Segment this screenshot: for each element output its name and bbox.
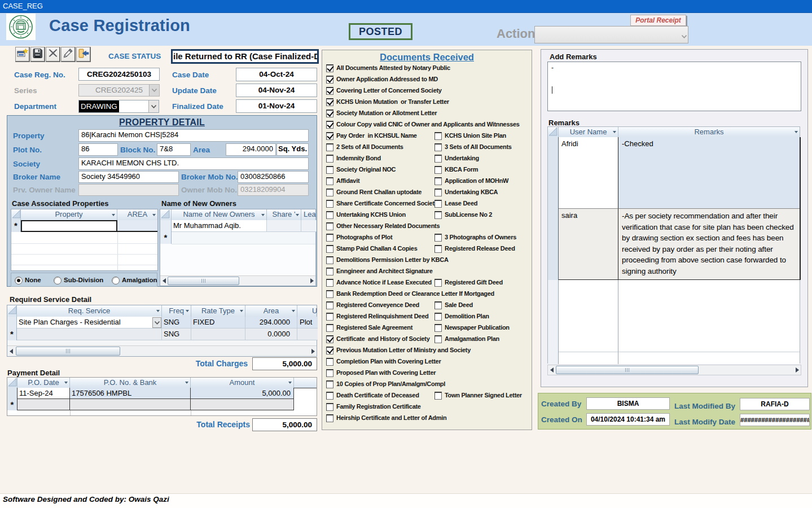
checkbox-icon[interactable]: [326, 110, 333, 117]
checkbox-icon[interactable]: [434, 155, 442, 163]
edit-button[interactable]: [61, 47, 76, 62]
column-header-remarks[interactable]: Remarks: [618, 127, 800, 137]
checkbox-icon[interactable]: [326, 200, 333, 208]
broker-mob-field[interactable]: 03008250866: [238, 171, 309, 183]
scrollbar-thumb[interactable]: [168, 277, 239, 285]
finalized-date-field[interactable]: 01-Nov-24: [236, 99, 317, 113]
checkbox-icon[interactable]: [326, 64, 333, 72]
checkbox-icon[interactable]: [326, 414, 333, 422]
column-header-unit[interactable]: U: [297, 305, 318, 317]
checkbox-icon[interactable]: [326, 256, 333, 264]
checkbox-icon[interactable]: [326, 177, 333, 185]
grid-corner[interactable]: [7, 378, 17, 388]
action-combobox[interactable]: [534, 26, 688, 43]
column-header-rate-type[interactable]: Rate Type: [191, 305, 245, 317]
checkbox-icon[interactable]: [326, 121, 333, 129]
scroll-right-icon[interactable]: [310, 346, 316, 356]
series-combobox[interactable]: CREG202425: [78, 84, 160, 97]
column-header-user[interactable]: User Name: [559, 127, 618, 137]
department-combobox[interactable]: DRAWING: [78, 100, 159, 113]
checkbox-icon[interactable]: [326, 234, 333, 242]
checkbox-icon[interactable]: [326, 279, 333, 287]
chevron-down-icon[interactable]: [152, 317, 161, 328]
grid-cell[interactable]: [297, 329, 318, 340]
portal-receipt-button[interactable]: Portal Receipt: [630, 15, 686, 26]
checkbox-icon[interactable]: [434, 392, 442, 400]
grid-cell[interactable]: 5,000.00: [191, 388, 294, 399]
horizontal-scrollbar[interactable]: [547, 365, 801, 375]
column-header-service[interactable]: Req. Service: [17, 305, 162, 317]
checkbox-icon[interactable]: [434, 234, 442, 242]
checkbox-icon[interactable]: [434, 279, 442, 287]
grid-corner[interactable]: [160, 209, 172, 220]
checkbox-icon[interactable]: [326, 143, 333, 151]
grid-cell[interactable]: 294.0000: [245, 317, 297, 329]
new-row-selector[interactable]: *: [7, 329, 17, 340]
service-combo-cell[interactable]: Site Plan Charges - Residential: [17, 317, 162, 329]
checkbox-icon[interactable]: [326, 313, 333, 321]
column-header-freq[interactable]: Freq: [162, 305, 191, 317]
checkbox-icon[interactable]: [434, 189, 442, 196]
grid-corner[interactable]: [11, 209, 21, 220]
grid-corner[interactable]: [548, 127, 559, 137]
radio-none[interactable]: [15, 277, 23, 284]
checkbox-icon[interactable]: [434, 335, 442, 343]
checkbox-icon[interactable]: [326, 358, 333, 366]
grid-cell[interactable]: 0.0000: [245, 329, 297, 340]
scroll-left-icon[interactable]: [161, 276, 167, 286]
checkbox-icon[interactable]: [434, 200, 442, 208]
save-button[interactable]: [30, 47, 45, 62]
checkbox-icon[interactable]: [326, 155, 333, 163]
column-header-property[interactable]: Property: [21, 209, 117, 220]
block-no-field[interactable]: 7&8: [157, 143, 191, 156]
checkbox-icon[interactable]: [326, 245, 333, 253]
grid-cell[interactable]: [21, 220, 117, 232]
grid-cell[interactable]: [17, 399, 70, 410]
new-record-button[interactable]: [15, 47, 30, 62]
plot-no-field[interactable]: 86: [78, 143, 118, 156]
grid-cell[interactable]: Mr Muhammad Aqib.: [172, 220, 267, 232]
exit-button[interactable]: [76, 47, 91, 62]
checkbox-icon[interactable]: [326, 132, 333, 140]
checkbox-icon[interactable]: [434, 143, 442, 151]
checkbox-icon[interactable]: [326, 369, 333, 377]
checkbox-icon[interactable]: [434, 132, 442, 140]
scrollbar-thumb[interactable]: [16, 347, 120, 356]
grid-cell[interactable]: [267, 220, 301, 232]
property-field[interactable]: 86|Karachi Memon CHS|5284: [78, 129, 309, 142]
checkbox-icon[interactable]: [326, 98, 333, 106]
checkbox-icon[interactable]: [326, 211, 333, 219]
checkbox-icon[interactable]: [326, 290, 333, 298]
row-selector[interactable]: [7, 388, 17, 399]
checkbox-icon[interactable]: [326, 335, 333, 343]
radio-amalgation[interactable]: [112, 277, 120, 284]
scroll-left-icon[interactable]: [8, 346, 14, 356]
column-header-area[interactable]: AREA: [117, 209, 157, 220]
checkbox-icon[interactable]: [326, 301, 333, 309]
case-reg-no-field[interactable]: CREG2024250103: [78, 68, 160, 81]
checkbox-icon[interactable]: [326, 403, 333, 411]
grid-cell[interactable]: [191, 329, 245, 340]
add-remarks-textbox[interactable]: -: [547, 62, 801, 111]
checkbox-icon[interactable]: [326, 380, 333, 388]
grid-cell[interactable]: SNG: [162, 317, 191, 329]
grid-cell[interactable]: FIXED: [191, 317, 245, 329]
row-selector[interactable]: [7, 317, 17, 329]
checkbox-icon[interactable]: [434, 313, 442, 321]
row-selector[interactable]: [160, 220, 172, 232]
column-header-area[interactable]: Area: [245, 305, 297, 317]
grid-cell[interactable]: Afridi: [559, 137, 618, 209]
checkbox-icon[interactable]: [326, 392, 333, 400]
radio-sub-division[interactable]: [54, 277, 62, 284]
scroll-left-icon[interactable]: [548, 365, 555, 375]
grid-cell[interactable]: [301, 220, 317, 232]
checkbox-icon[interactable]: [434, 177, 442, 185]
grid-cell[interactable]: -Checked: [618, 137, 800, 209]
delete-button[interactable]: [46, 47, 60, 62]
new-row-selector[interactable]: *: [160, 232, 172, 244]
checkbox-icon[interactable]: [434, 245, 442, 253]
scroll-right-icon[interactable]: [794, 365, 800, 375]
column-header-new-owners[interactable]: Name of New Owners: [172, 209, 267, 220]
column-header-po-bank[interactable]: P.O. No. & Bank: [70, 378, 191, 388]
checkbox-icon[interactable]: [326, 76, 333, 84]
